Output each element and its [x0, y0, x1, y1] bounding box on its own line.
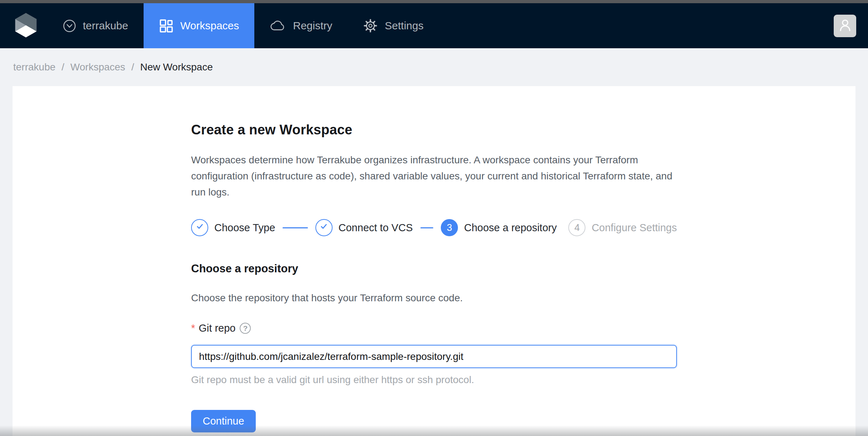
cube-logo-icon — [13, 11, 39, 40]
nav-item-settings[interactable]: Settings — [348, 3, 439, 48]
step-number-circle: 3 — [441, 219, 458, 236]
section-description: Choose the repository that hosts your Te… — [191, 292, 677, 304]
breadcrumb-item-organization[interactable]: terrakube — [13, 61, 55, 73]
help-question-icon[interactable]: ? — [240, 323, 251, 334]
section-heading: Choose a repository — [191, 262, 677, 275]
step-check-circle — [315, 219, 333, 236]
navbar-right — [834, 3, 868, 48]
nav-item-organization[interactable]: terrakube — [48, 3, 144, 48]
wizard-content: Create a new Workspace Workspaces determ… — [191, 86, 677, 432]
step-choose-type: Choose Type — [191, 219, 275, 236]
appstore-grid-icon — [159, 19, 174, 33]
step-configure-settings: 4 Configure Settings — [568, 219, 677, 236]
nav-item-registry[interactable]: Registry — [254, 3, 348, 48]
git-repo-help-text: Git repo must be a valid git url using e… — [191, 374, 677, 386]
step-connect-to-vcs: Connect to VCS — [315, 219, 413, 236]
nav-item-label: Registry — [293, 20, 332, 32]
user-icon — [837, 17, 853, 34]
breadcrumb-separator: / — [61, 61, 64, 73]
terrakube-logo[interactable] — [13, 3, 39, 48]
gear-icon — [363, 18, 378, 33]
step-check-circle — [191, 219, 208, 236]
step-label: Choose a repository — [464, 222, 557, 234]
user-avatar[interactable] — [834, 15, 856, 37]
chevron-down-circle-icon — [63, 19, 76, 33]
step-number-circle: 4 — [568, 219, 585, 236]
step-label: Connect to VCS — [339, 222, 413, 234]
required-asterisk: * — [191, 322, 195, 334]
nav-item-label: terrakube — [83, 20, 128, 32]
git-repo-label: * Git repo ? — [191, 322, 677, 334]
nav-item-workspaces[interactable]: Workspaces — [144, 3, 255, 48]
wizard-steps: Choose Type Connect to VCS 3 Choose a re… — [191, 219, 677, 236]
breadcrumb-separator: / — [131, 61, 134, 73]
workspace-intro-text: Workspaces determine how Terrakube organ… — [191, 152, 677, 200]
check-icon — [195, 222, 204, 233]
nav-item-label: Workspaces — [180, 20, 239, 32]
step-connector — [283, 227, 308, 228]
step-connector — [420, 227, 434, 228]
top-navbar: terrakube Workspaces Registry — [0, 3, 868, 48]
screen-top-edge — [0, 0, 868, 3]
step-label: Configure Settings — [592, 222, 677, 234]
step-label: Choose Type — [214, 222, 275, 234]
main-menu: terrakube Workspaces Registry — [48, 3, 439, 48]
step-choose-repository: 3 Choose a repository — [441, 219, 557, 236]
breadcrumb: terrakube / Workspaces / New Workspace — [0, 48, 868, 86]
breadcrumb-item-current: New Workspace — [140, 61, 213, 73]
nav-item-label: Settings — [385, 20, 423, 32]
continue-button[interactable]: Continue — [191, 410, 256, 432]
breadcrumb-item-workspaces[interactable]: Workspaces — [70, 61, 125, 73]
git-repo-input[interactable] — [191, 345, 677, 368]
new-workspace-card: Create a new Workspace Workspaces determ… — [13, 86, 855, 436]
check-icon — [319, 222, 328, 233]
field-label-text: Git repo — [199, 322, 235, 334]
cloud-icon — [270, 18, 286, 33]
page-title: Create a new Workspace — [191, 122, 677, 138]
